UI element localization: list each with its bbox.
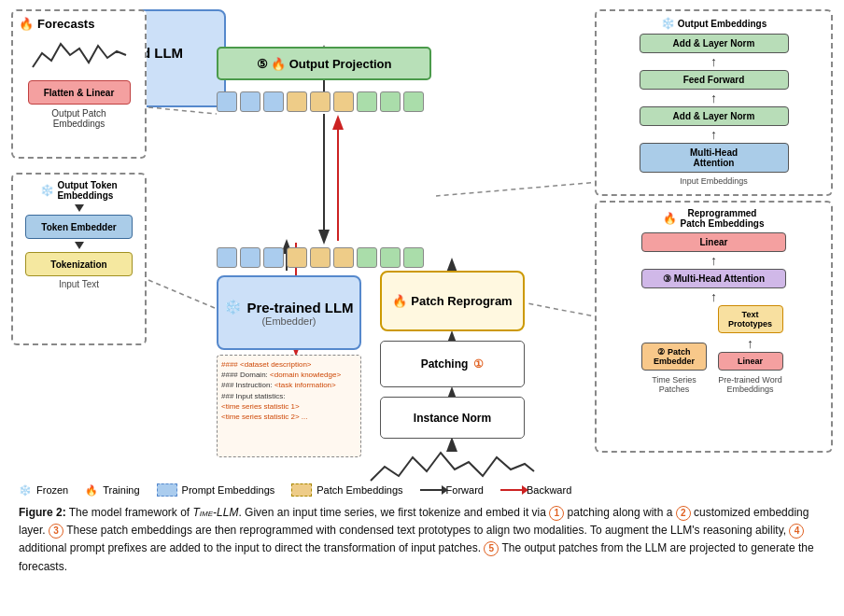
llm-embedder-box: ❄️ Pre-trained LLM (Embedder)	[217, 275, 361, 350]
output-emb-title: Output Embeddings	[678, 19, 767, 29]
fire-legend-icon: 🔥	[85, 484, 98, 497]
arrow-mini-6: ↑	[747, 337, 753, 350]
prompt-text-box: #### <dataset description> #### Domain: …	[217, 355, 361, 457]
prompt-line5: <time series statistic 1>	[221, 401, 357, 412]
cb2-yellow-3	[333, 247, 354, 268]
snowflake-legend-icon: ❄️	[19, 484, 32, 497]
legend-box-blue	[157, 483, 177, 497]
input-embeddings-label: Input Embeddings	[680, 176, 748, 186]
instance-norm-box: Instance Norm	[380, 397, 525, 439]
time-series-patches-label: Time Series Patches	[641, 375, 707, 394]
circle-3: 3	[49, 524, 63, 539]
color-block-green-3	[403, 91, 424, 112]
prompt-line1: #### <dataset description>	[221, 359, 357, 370]
sparkline-chart	[28, 35, 131, 77]
color-block-green-2	[380, 91, 401, 112]
prompt-line6: <time series statistic 2> ...	[221, 412, 357, 422]
reprogram-panel-title: ReprogrammedPatch Embeddings	[680, 208, 764, 229]
arrow-mini-3: ↑	[710, 128, 717, 141]
reprogram-panel: 🔥 ReprogrammedPatch Embeddings Linear ↑ …	[595, 201, 833, 453]
arrow-down-2	[75, 242, 84, 249]
forecasts-title: 🔥 Forecasts	[19, 17, 139, 31]
cb2-blue-3	[263, 247, 284, 268]
legend-frozen: ❄️ Frozen	[19, 484, 68, 497]
arrow-mini-4: ↑	[710, 254, 717, 267]
svg-line-12	[528, 303, 599, 317]
output-token-title: Output TokenEmbeddings	[57, 180, 117, 201]
legend-box-yellow	[291, 483, 312, 497]
arrow-mini-2: ↑	[710, 91, 717, 105]
snowflake-icon-output-emb: ❄️	[661, 17, 675, 30]
output-patch-embeddings-label: Output PatchEmbeddings	[19, 108, 139, 129]
output-embeddings-panel: ❄️ Output Embeddings Add & Layer Norm ↑ …	[595, 9, 833, 196]
svg-line-10	[148, 280, 215, 308]
fire-icon-reprogram: 🔥	[392, 294, 407, 308]
cb2-green-3	[403, 247, 424, 268]
arrow-mini-5: ↑	[710, 290, 717, 303]
output-projection-box: ⑤ 🔥 Output Projection	[217, 47, 431, 80]
patch-reprogram-label: 🔥 Patch Reprogram	[392, 294, 512, 308]
caption-area: Figure 2: The model framework of Time-LL…	[19, 504, 825, 576]
legend-training: 🔥 Training	[85, 484, 139, 497]
color-block-blue-1	[217, 91, 237, 112]
cb2-yellow-2	[310, 247, 331, 268]
forward-arrow-line	[420, 489, 443, 491]
output-token-box: ❄️ Output TokenEmbeddings Token Embedder…	[11, 173, 147, 345]
token-embedder-box: Token Embedder	[25, 215, 133, 239]
time-series-wave	[366, 443, 539, 490]
color-block-yellow-2	[310, 91, 331, 112]
svg-line-11	[436, 182, 599, 196]
multi-head-attn-box: Multi-HeadAttention	[640, 143, 789, 173]
cb2-blue-1	[217, 247, 237, 268]
color-block-green-1	[357, 91, 377, 112]
linear-bottom-box: Linear	[718, 352, 783, 371]
backward-arrow-line	[500, 489, 524, 491]
circle-4: 4	[789, 524, 804, 539]
input-text-label: Input Text	[19, 279, 139, 289]
prompt-line3: ### Instruction: <task information>	[221, 380, 357, 390]
patch-reprogram-box: 🔥 Patch Reprogram	[380, 271, 525, 331]
output-proj-label: ⑤ 🔥 Output Projection	[257, 57, 392, 71]
pre-trained-word-label: Pre-trained Word Embeddings	[714, 375, 786, 394]
add-layer-norm-1-box: Add & Layer Norm	[640, 34, 789, 53]
forecasts-box: 🔥 Forecasts Flatten & Linear Output Patc…	[11, 9, 147, 159]
snowflake-icon-token: ❄️	[40, 184, 54, 197]
color-block-yellow-3	[333, 91, 354, 112]
color-block-yellow-1	[287, 91, 307, 112]
patching-badge: ①	[473, 357, 484, 371]
cb2-yellow-1	[287, 247, 307, 268]
flatten-linear-box: Flatten & Linear	[28, 80, 131, 105]
legend-prompt-emb: Prompt Embeddings	[157, 483, 275, 497]
cb2-blue-2	[240, 247, 260, 268]
model-name: Time-LLM	[193, 506, 239, 519]
caption-figure-label: Figure 2:	[19, 506, 66, 519]
color-block-blue-2	[240, 91, 260, 112]
arrow-mini-1: ↑	[710, 55, 717, 68]
snowflake-icon-embedder: ❄️	[224, 299, 242, 315]
patch-embedder-box: ② Patch Embedder	[641, 343, 707, 371]
color-blocks-middle	[217, 247, 424, 268]
arrow-down-1	[75, 204, 84, 212]
llm-embedder-title: ❄️ Pre-trained LLM	[224, 299, 353, 315]
fire-icon-reprogram-panel: 🔥	[663, 212, 677, 225]
add-layer-norm-2-box: Add & Layer Norm	[640, 106, 789, 126]
text-prototypes-box: Text Prototypes	[718, 305, 783, 333]
linear-top-box: Linear	[641, 232, 786, 252]
patching-box: Patching ①	[380, 341, 525, 387]
circle-1: 1	[549, 506, 564, 521]
prompt-line4: ### Input statistics:	[221, 391, 357, 401]
tokenization-box: Tokenization	[25, 252, 133, 276]
multi-head-attn-reprogram-box: ③ Multi-Head Attention	[641, 269, 786, 288]
cb2-green-2	[380, 247, 401, 268]
wave-svg	[366, 443, 539, 490]
circle-2: 2	[676, 506, 691, 521]
color-block-blue-3	[263, 91, 284, 112]
cb2-green-1	[357, 247, 377, 268]
circle-5: 5	[484, 541, 499, 556]
feed-forward-box: Feed Forward	[640, 70, 789, 90]
color-blocks-top	[217, 91, 424, 112]
prompt-line2: #### Domain: <domain knowledge>	[221, 370, 357, 380]
svg-line-9	[148, 107, 217, 114]
fire-icon-forecasts: 🔥	[19, 17, 34, 31]
